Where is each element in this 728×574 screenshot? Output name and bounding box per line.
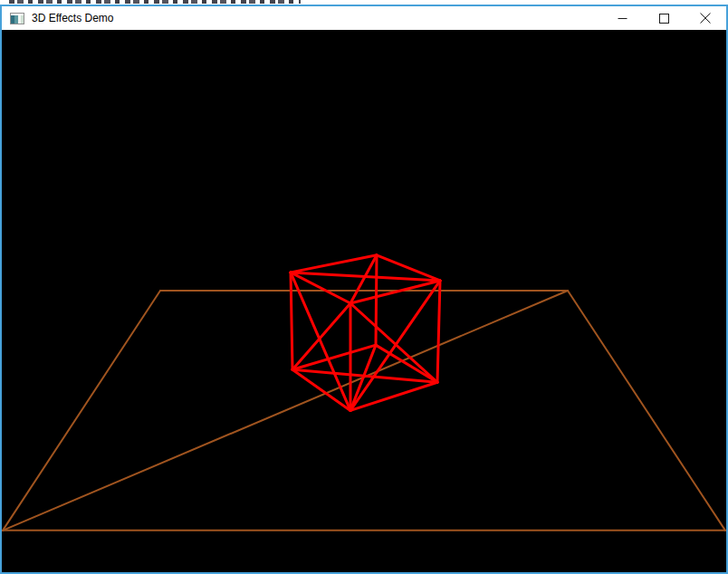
cube-edge <box>291 273 350 303</box>
cube-wireframe <box>291 255 440 411</box>
maximize-button[interactable] <box>643 6 685 30</box>
minimize-button[interactable] <box>601 6 643 30</box>
cube-edge <box>291 255 377 273</box>
desktop-screen: 3D Effects Demo <box>0 0 728 574</box>
cube-edge <box>437 281 440 382</box>
app-window: 3D Effects Demo <box>0 5 728 574</box>
title-bar[interactable]: 3D Effects Demo <box>2 6 726 30</box>
close-button[interactable] <box>685 6 726 30</box>
window-controls <box>601 6 726 30</box>
cube-edge <box>291 273 292 369</box>
ground-plane-edge <box>3 291 568 531</box>
app-icon[interactable] <box>10 13 24 24</box>
close-icon <box>700 13 711 24</box>
ground-plane-edge <box>568 291 725 531</box>
scene-svg <box>2 30 726 572</box>
render-canvas <box>2 30 726 572</box>
cube-edge <box>376 255 377 345</box>
ground-plane-wireframe <box>3 291 725 531</box>
cube-edge <box>350 255 377 303</box>
cube-edge <box>350 382 437 410</box>
maximize-icon <box>659 14 669 24</box>
background-window-text-fragment <box>9 0 301 4</box>
window-title: 3D Effects Demo <box>32 12 601 24</box>
ground-plane-edge <box>3 291 160 531</box>
minimize-icon <box>618 14 627 24</box>
cube-edge <box>350 303 437 382</box>
